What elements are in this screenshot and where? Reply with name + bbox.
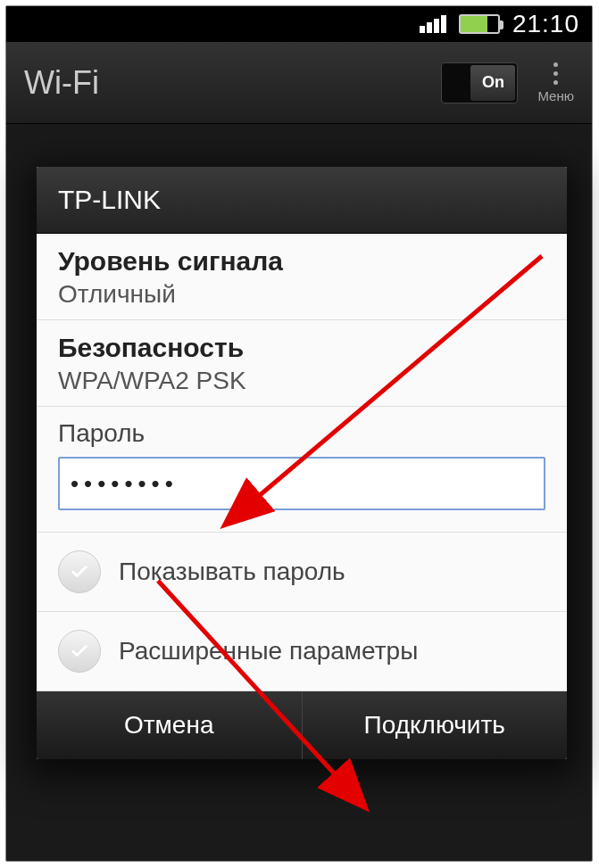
wifi-connect-dialog: TP-LINK Уровень сигнала Отличный Безопас… [37, 167, 567, 759]
security-label: Безопасность [58, 333, 545, 363]
signal-label: Уровень сигнала [58, 246, 545, 277]
password-section: Пароль [37, 407, 567, 533]
background-wifi-list [6, 124, 592, 160]
signal-value: Отличный [58, 280, 545, 309]
password-label: Пароль [58, 419, 545, 448]
menu-dots-icon [553, 62, 558, 85]
show-password-row[interactable]: Показывать пароль [37, 533, 567, 612]
connect-button[interactable]: Подключить [302, 691, 568, 759]
password-input[interactable] [58, 457, 545, 510]
battery-icon [459, 14, 500, 34]
wifi-toggle-knob: On [470, 65, 515, 101]
dialog-body: Уровень сигнала Отличный Безопасность WP… [37, 234, 567, 691]
dialog-buttons: Отмена Подключить [37, 691, 567, 759]
advanced-options-label: Расширенные параметры [119, 637, 418, 665]
phone-frame: 21:10 Wi-Fi On Меню TP-LINK Уровень сигн… [5, 5, 593, 862]
status-bar: 21:10 [6, 6, 592, 42]
clock-time: 21:10 [512, 10, 579, 38]
show-password-label: Показывать пароль [119, 558, 345, 586]
wifi-toggle[interactable]: On [441, 62, 518, 103]
menu-label: Меню [537, 88, 574, 103]
security-section: Безопасность WPA/WPA2 PSK [37, 320, 567, 407]
advanced-options-row[interactable]: Расширенные параметры [37, 612, 567, 691]
cancel-button[interactable]: Отмена [37, 691, 302, 759]
signal-section: Уровень сигнала Отличный [37, 234, 567, 320]
checkmark-icon [58, 630, 101, 673]
cellular-signal-icon [420, 15, 446, 33]
app-header: Wi-Fi On Меню [6, 42, 592, 124]
page-title: Wi-Fi [24, 64, 441, 102]
checkmark-icon [58, 550, 101, 593]
dialog-title: TP-LINK [37, 167, 567, 234]
menu-button[interactable]: Меню [537, 62, 574, 103]
security-value: WPA/WPA2 PSK [58, 367, 545, 395]
